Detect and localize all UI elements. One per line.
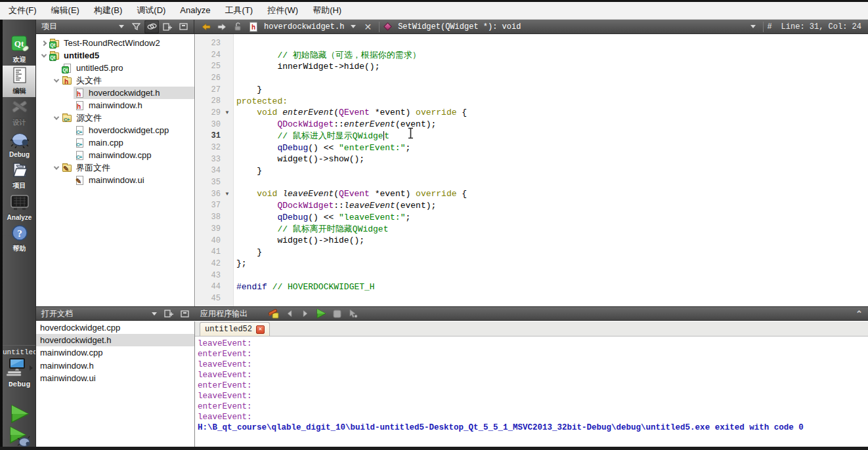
menu-item-7[interactable]: 帮助(H) xyxy=(305,2,349,19)
menu-item-6[interactable]: 控件(W) xyxy=(260,2,305,19)
code-line[interactable]: 43 xyxy=(196,270,868,281)
sync-with-editor-icon[interactable] xyxy=(144,20,159,33)
open-document-item[interactable]: mainwindow.cpp xyxy=(36,346,194,359)
close-tab-icon[interactable]: ✕ xyxy=(256,325,265,334)
code-line[interactable]: 40 widget()->hide(); xyxy=(196,235,868,247)
mode-help[interactable]: ? 帮助 xyxy=(3,223,36,255)
code-line[interactable]: 44#endif // HOVERDOCKWIDGET_H xyxy=(196,281,868,293)
output-tab[interactable]: untitled52 ✕ xyxy=(200,322,270,336)
chevron-down-icon[interactable] xyxy=(39,54,49,58)
tree-item[interactable]: hmainwindow.h xyxy=(36,99,194,112)
tree-item-content[interactable]: C+main.cpp xyxy=(74,136,194,149)
tree-item-content[interactable]: ✎mainwindow.ui xyxy=(74,174,194,186)
code-line[interactable]: 25 innerWidget->hide(); xyxy=(196,60,868,72)
debug-run-button[interactable] xyxy=(9,426,31,447)
symbol-combo[interactable]: SetWidget(QWidget *): void xyxy=(398,22,521,31)
code-line[interactable]: 29▼ void enterEvent(QEvent *event) overr… xyxy=(196,107,868,119)
code-line[interactable]: 42}; xyxy=(196,258,868,270)
open-file-combo-caret-icon[interactable] xyxy=(351,25,356,28)
split-panel-icon[interactable] xyxy=(160,20,175,33)
go-forward-icon[interactable] xyxy=(215,20,229,33)
tree-item[interactable]: QtTest-RoundRectWindow2 xyxy=(36,37,194,49)
code-line[interactable]: 31 // 鼠标进入时显示QWidget xyxy=(196,131,868,142)
close-panel-icon[interactable] xyxy=(178,308,191,319)
previous-item-icon[interactable] xyxy=(283,308,296,319)
open-document-item[interactable]: mainwindow.h xyxy=(36,359,194,372)
open-file-combo[interactable]: hoverdockwidget.h xyxy=(264,22,344,31)
project-panel-combo[interactable]: 项目 xyxy=(41,21,57,32)
mode-edit[interactable]: 编辑 xyxy=(3,66,36,97)
mode-debug[interactable]: Debug xyxy=(3,129,36,160)
code-line[interactable]: 23 xyxy=(196,37,868,49)
open-documents-combo-caret-icon[interactable] xyxy=(152,312,157,316)
tree-item-content[interactable]: hhoverdockwidget.h xyxy=(74,87,194,99)
chevron-down-icon[interactable] xyxy=(52,166,61,170)
filter-icon[interactable] xyxy=(129,20,143,33)
clear-output-icon[interactable] xyxy=(267,308,280,319)
tree-item[interactable]: h头文件 xyxy=(36,74,194,87)
tree-item-content[interactable]: ✎界面文件 xyxy=(61,161,194,174)
tree-item[interactable]: Qtuntitled5 xyxy=(36,49,194,62)
tree-item-content[interactable]: Qtuntitled5 xyxy=(49,49,194,62)
code-line[interactable]: 26 xyxy=(196,72,868,84)
tree-item-content[interactable]: C+hoverdockwidget.cpp xyxy=(74,124,194,136)
next-item-icon[interactable] xyxy=(299,308,312,319)
code-line[interactable]: 35 xyxy=(196,176,868,188)
menu-item-3[interactable]: 调试(D) xyxy=(129,2,173,19)
open-documents-combo[interactable]: 打开文档 xyxy=(41,308,73,319)
tree-item[interactable]: hhoverdockwidget.h xyxy=(36,87,194,99)
tree-item[interactable]: Qtuntitled5.pro xyxy=(36,62,194,74)
tree-item[interactable]: ✎mainwindow.ui xyxy=(36,174,194,186)
tree-item[interactable]: ✎界面文件 xyxy=(36,161,194,174)
menu-item-4[interactable]: Analyze xyxy=(173,2,217,19)
code-line[interactable]: 36▼ void leaveEvent(QEvent *event) overr… xyxy=(196,188,868,200)
chevron-right-icon[interactable] xyxy=(39,41,49,45)
code-line[interactable]: 34 } xyxy=(196,165,868,177)
code-line[interactable]: 38 qDebug() << "leaveEvent:"; xyxy=(196,211,868,223)
tree-item[interactable]: C+main.cpp xyxy=(36,136,194,149)
chevron-down-icon[interactable] xyxy=(52,79,61,83)
tree-item[interactable]: C+源文件 xyxy=(36,112,194,124)
open-document-item[interactable]: hoverdockwidget.cpp xyxy=(36,321,194,334)
split-panel-icon[interactable] xyxy=(162,308,175,319)
code-line[interactable]: 39 // 鼠标离开时隐藏QWidget xyxy=(196,223,868,235)
code-line[interactable]: 37 QDockWidget::leaveEvent(event); xyxy=(196,200,868,212)
code-line[interactable]: 41 } xyxy=(196,246,868,258)
tree-item-content[interactable]: hmainwindow.h xyxy=(74,99,194,112)
go-back-icon[interactable] xyxy=(199,20,213,33)
mode-welcome[interactable]: Qt 欢迎 xyxy=(3,34,36,66)
code-line[interactable]: 30 QDockWidget::enterEvent(event); xyxy=(196,119,868,131)
code-line[interactable]: 32 qDebug() << "enterEvent:"; xyxy=(196,142,868,153)
kit-selector[interactable]: untitled5 Debug xyxy=(3,345,36,388)
tree-item[interactable]: C+hoverdockwidget.cpp xyxy=(36,124,194,136)
tree-item-content[interactable]: C+源文件 xyxy=(61,112,194,124)
fold-marker-icon[interactable]: ▼ xyxy=(221,110,234,115)
menu-item-1[interactable]: 编辑(E) xyxy=(44,2,87,19)
tree-item-content[interactable]: QtTest-RoundRectWindow2 xyxy=(49,37,194,49)
code-editor[interactable]: 2324 // 初始隐藏（可选，根据你的需求）25 innerWidget->h… xyxy=(196,34,868,306)
maximize-output-pane-icon[interactable]: ⌃ xyxy=(856,309,863,319)
menu-item-0[interactable]: 文件(F) xyxy=(1,2,44,19)
tree-item[interactable]: C+mainwindow.cpp xyxy=(36,149,194,161)
run-button[interactable] xyxy=(9,403,31,424)
mode-analyze[interactable]: Analyze xyxy=(3,192,36,223)
rerun-icon[interactable] xyxy=(315,308,328,319)
code-line[interactable]: 33 widget()->show(); xyxy=(196,153,868,165)
close-panel-icon[interactable] xyxy=(176,20,190,33)
menu-item-5[interactable]: 工具(T) xyxy=(218,2,261,19)
chevron-down-icon[interactable] xyxy=(52,116,61,120)
code-line[interactable]: 24 // 初始隐藏（可选，根据你的需求） xyxy=(196,49,868,61)
code-line[interactable]: 28protected: xyxy=(196,95,868,107)
open-document-item[interactable]: hoverdockwidget.h xyxy=(36,334,194,346)
code-line[interactable]: 27 } xyxy=(196,84,868,96)
open-document-item[interactable]: mainwindow.ui xyxy=(36,372,194,384)
close-document-icon[interactable]: ✕ xyxy=(360,22,376,31)
fold-marker-icon[interactable]: ▼ xyxy=(221,191,234,197)
application-output-body[interactable]: leaveEvent:enterEvent:leaveEvent:leaveEv… xyxy=(195,337,868,447)
code-line[interactable]: 45 xyxy=(196,293,868,304)
tree-item-content[interactable]: C+mainwindow.cpp xyxy=(74,149,194,161)
tree-item-content[interactable]: h头文件 xyxy=(61,74,194,87)
mode-projects[interactable]: 项目 xyxy=(3,160,36,192)
menu-item-2[interactable]: 构建(B) xyxy=(87,2,129,19)
tree-item-content[interactable]: Qtuntitled5.pro xyxy=(61,62,194,74)
